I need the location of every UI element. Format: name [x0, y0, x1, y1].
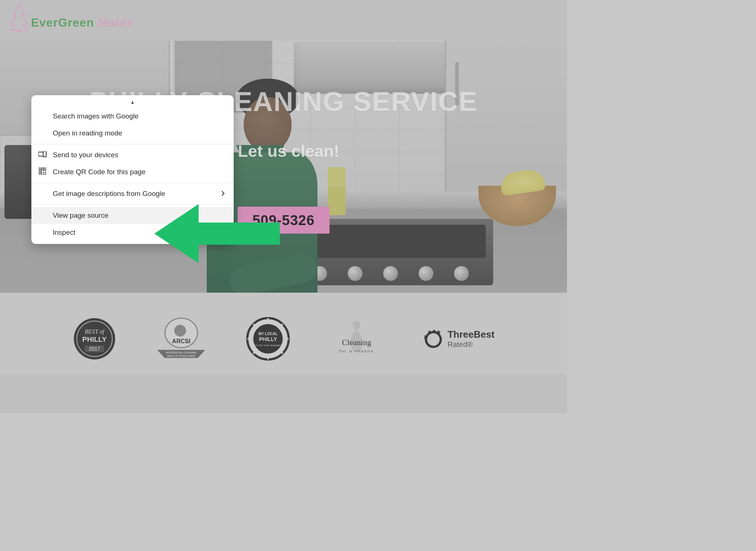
context-menu-item-send-devices[interactable]: Send to your devices [31, 147, 234, 163]
svg-text:PHILLY: PHILLY [83, 335, 107, 343]
devices-icon [38, 151, 47, 159]
badge-threebest: ThreeBest Rated® [423, 328, 494, 349]
svg-rect-37 [44, 168, 45, 169]
svg-rect-33 [43, 151, 46, 157]
context-menu-item-view-source[interactable]: View page source [31, 207, 234, 224]
logo-text: EverGreen Maids [31, 16, 133, 30]
svg-text:MY LOCAL: MY LOCAL [258, 332, 278, 336]
badge-best-of-philly: BEST of PHILLY 2017 [72, 317, 117, 361]
site-logo[interactable]: EverGreen Maids [9, 4, 133, 32]
svg-text:RESIDENTIAL CLEANING: RESIDENTIAL CLEANING [166, 351, 197, 354]
svg-rect-40 [43, 172, 44, 173]
tree-icon [9, 4, 30, 32]
badge-arcsi: ARCSI RESIDENTIAL CLEANING SEAL OF EXCEL… [157, 317, 205, 361]
svg-text:for a reason: for a reason [339, 349, 374, 353]
threebest-line1: ThreeBest [447, 329, 494, 340]
phone-cta-button[interactable]: 509-5326 [238, 207, 330, 234]
context-menu-item-reading-mode[interactable]: Open in reading mode [31, 125, 234, 142]
svg-text:2017: 2017 [89, 346, 100, 352]
badge-cleaning-reason: Cleaning for a reason [331, 318, 382, 359]
context-menu-item-search-images[interactable]: Search images with Google [31, 108, 234, 125]
svg-text:PHILLY: PHILLY [259, 336, 277, 342]
context-menu-scroll-up[interactable]: ▲ [31, 98, 234, 108]
badge-local-philly: MY LOCAL PHILLY MY CITY IS MY BUSINESS [246, 317, 290, 361]
chevron-right-icon [221, 190, 225, 198]
svg-rect-39 [40, 173, 41, 174]
context-menu-separator [31, 144, 234, 144]
svg-rect-43 [45, 174, 46, 175]
svg-text:ARCSI: ARCSI [172, 338, 191, 344]
context-menu-item-inspect[interactable]: Inspect [31, 224, 234, 241]
svg-point-8 [174, 325, 186, 337]
context-menu: ▲ Search images with Google Open in read… [31, 95, 234, 244]
context-menu-item-qr[interactable]: Create QR Code for this page [31, 163, 234, 180]
context-menu-item-image-descriptions[interactable]: Get image descriptions from Google [31, 185, 234, 202]
threebest-line2: Rated® [447, 340, 494, 349]
context-menu-separator [31, 204, 234, 205]
svg-text:Cleaning: Cleaning [342, 338, 371, 347]
badges-row: BEST of PHILLY 2017 ARCSI RESIDENTIAL CL… [0, 293, 567, 374]
svg-text:MY CITY IS MY BUSINESS: MY CITY IS MY BUSINESS [254, 344, 282, 347]
svg-rect-0 [18, 30, 20, 32]
svg-text:BEST of: BEST of [85, 328, 105, 335]
svg-rect-42 [43, 174, 44, 175]
qr-icon [38, 168, 47, 177]
svg-rect-35 [40, 168, 41, 169]
svg-text:SEAL OF EXCELLENCE: SEAL OF EXCELLENCE [167, 355, 196, 357]
context-menu-separator [31, 183, 234, 183]
svg-rect-41 [45, 172, 46, 173]
site-header: EverGreen Maids [0, 0, 567, 40]
